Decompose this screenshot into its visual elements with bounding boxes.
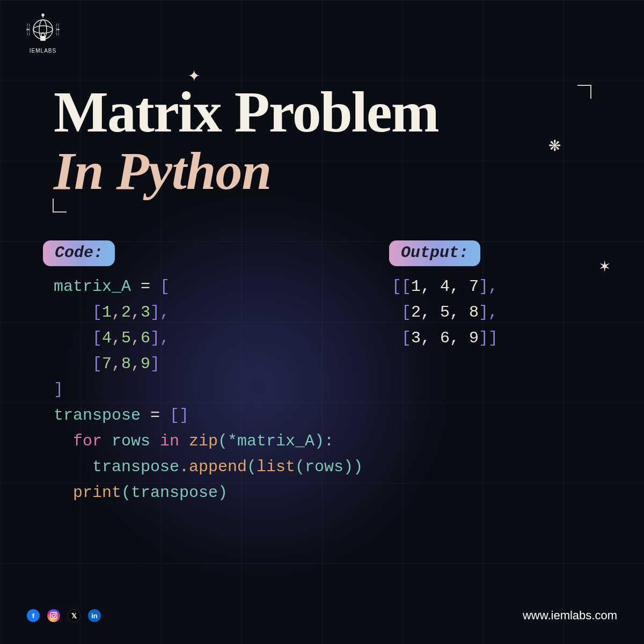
brand-name: IEMLABS — [21, 48, 64, 54]
svg-point-11 — [52, 614, 55, 617]
social-icons: f 𝕏 in — [27, 609, 101, 622]
instagram-icon[interactable] — [47, 609, 60, 622]
title-line1: Matrix Problem — [54, 83, 601, 141]
facebook-icon[interactable]: f — [27, 609, 40, 622]
code-label: Code: — [43, 240, 115, 266]
output-label: Output: — [389, 240, 480, 266]
footer: f 𝕏 in www.iemlabs.com — [0, 609, 644, 623]
sparkle-icon: ✶ — [598, 258, 611, 275]
svg-point-12 — [55, 613, 56, 614]
svg-rect-10 — [50, 612, 57, 619]
title-line2: In Python — [54, 144, 601, 198]
output-block: [[1, 4, 7], [2, 5, 8], [3, 6, 9]] — [392, 274, 498, 351]
svg-point-6 — [42, 14, 44, 16]
svg-rect-9 — [40, 36, 46, 41]
linkedin-icon[interactable]: in — [88, 609, 101, 622]
title-block: Matrix Problem In Python — [54, 83, 601, 198]
globe-lock-icon — [26, 13, 60, 46]
brand-logo: IEMLABS — [21, 13, 64, 54]
code-block: matrix_A = [ [1,2,3], [4,5,6], [7,8,9] ]… — [54, 274, 363, 506]
website-url[interactable]: www.iemlabs.com — [523, 609, 617, 623]
svg-point-1 — [33, 26, 53, 33]
twitter-icon[interactable]: 𝕏 — [68, 609, 80, 622]
